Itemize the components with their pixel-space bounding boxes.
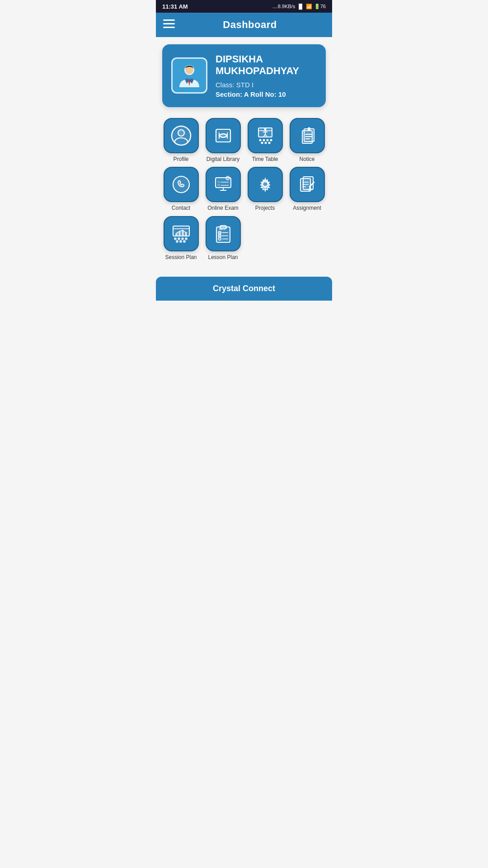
svg-point-15	[259, 139, 261, 141]
footer-label: Crystal Connect	[213, 284, 275, 293]
network-info: ....8.9KB/s	[272, 4, 295, 9]
online-exam-label: Online Exam	[207, 205, 239, 211]
grid-item-notice[interactable]: Notice	[288, 118, 326, 162]
digital-library-label: Digital Library	[206, 156, 239, 162]
session-plan-label: Session Plan	[165, 254, 197, 260]
projects-icon-box	[248, 167, 283, 202]
footer-bar[interactable]: Crystal Connect	[156, 277, 332, 301]
digital-library-icon-box	[206, 118, 241, 153]
projects-label: Projects	[255, 205, 275, 211]
svg-point-60	[183, 240, 186, 243]
grid-row-3: Session Plan ✓ ✓	[162, 216, 326, 260]
assignment-label: Assignment	[293, 205, 321, 211]
svg-point-56	[181, 237, 184, 240]
status-bar: 11:31 AM ....8.9KB/s ▐▌ 📶 🔋76	[156, 0, 332, 13]
svg-text:DAY 1: DAY 1	[219, 228, 225, 231]
svg-point-6	[178, 130, 184, 136]
svg-rect-53	[185, 232, 187, 236]
svg-rect-2	[163, 27, 175, 28]
svg-point-20	[264, 142, 267, 144]
svg-text:a): a)	[218, 180, 221, 183]
svg-rect-50	[175, 233, 178, 236]
svg-rect-0	[163, 19, 175, 21]
online-exam-icon-box: a) b)	[206, 167, 241, 202]
svg-point-18	[270, 139, 272, 141]
notice-label: Notice	[299, 156, 314, 162]
svg-point-17	[266, 139, 268, 141]
profile-label: Profile	[173, 156, 188, 162]
svg-point-19	[261, 142, 263, 144]
contact-icon-box	[164, 167, 199, 202]
grid-item-lesson-plan[interactable]: ✓ ✓ DAY 1 DAY 2 DAY 3 Lesson Plan	[204, 216, 242, 260]
profile-card: DIPSIKHA MUKHOPADHYAY Class: STD I Secti…	[162, 44, 326, 107]
svg-rect-1	[163, 23, 175, 24]
profile-info: DIPSIKHA MUKHOPADHYAY Class: STD I Secti…	[216, 53, 299, 98]
svg-point-55	[178, 237, 180, 240]
svg-text:b): b)	[218, 184, 221, 186]
svg-rect-23	[304, 129, 314, 142]
grid-item-online-exam[interactable]: a) b) Online Exam	[204, 167, 242, 211]
svg-text:DAY 3: DAY 3	[219, 235, 223, 237]
notice-icon-box	[290, 118, 325, 153]
contact-label: Contact	[172, 205, 190, 211]
time-table-label: Time Table	[252, 156, 278, 162]
profile-section: Section: A Roll No: 10	[216, 90, 299, 98]
svg-rect-43	[303, 177, 313, 189]
grid-row-1: Profile Digital Library	[162, 118, 326, 162]
grid-item-profile[interactable]: Profile	[162, 118, 200, 162]
header: Dashboard	[156, 13, 332, 37]
session-plan-icon-box	[164, 216, 199, 251]
grid-item-session-plan[interactable]: Session Plan	[162, 216, 200, 260]
svg-text:DAY 2: DAY 2	[219, 232, 223, 234]
svg-rect-69	[218, 238, 221, 240]
svg-point-58	[176, 240, 178, 243]
svg-point-57	[185, 237, 188, 240]
lesson-plan-label: Lesson Plan	[208, 254, 238, 260]
svg-point-16	[263, 139, 265, 141]
svg-point-21	[268, 142, 270, 144]
grid-item-assignment[interactable]: Assignment	[288, 167, 326, 211]
main-content: DIPSIKHA MUKHOPADHYAY Class: STD I Secti…	[156, 37, 332, 272]
grid-item-projects[interactable]: Projects	[246, 167, 284, 211]
profile-class: Class: STD I	[216, 81, 299, 89]
grid-row-2: Contact a) b)	[162, 167, 326, 211]
assignment-icon-box	[290, 167, 325, 202]
profile-name: DIPSIKHA MUKHOPADHYAY	[216, 53, 299, 77]
status-time: 11:31 AM	[162, 3, 188, 10]
avatar	[171, 57, 207, 94]
svg-point-59	[179, 240, 182, 243]
svg-point-24	[308, 127, 310, 130]
battery-icon: 🔋76	[314, 4, 326, 9]
svg-point-54	[174, 237, 177, 240]
svg-point-10	[264, 128, 266, 130]
grid-item-contact[interactable]: Contact	[162, 167, 200, 211]
status-icons: ....8.9KB/s ▐▌ 📶 🔋76	[272, 4, 326, 9]
grid-item-digital-library[interactable]: Digital Library	[204, 118, 242, 162]
lesson-plan-icon-box: ✓ ✓ DAY 1 DAY 2 DAY 3	[206, 216, 241, 251]
time-table-icon-box	[248, 118, 283, 153]
profile-icon-box	[164, 118, 199, 153]
menu-button[interactable]	[163, 19, 175, 30]
wifi-icon: 📶	[306, 4, 312, 9]
grid-item-time-table[interactable]: Time Table	[246, 118, 284, 162]
page-title: Dashboard	[175, 19, 325, 31]
signal-icon: ▐▌	[297, 4, 304, 9]
